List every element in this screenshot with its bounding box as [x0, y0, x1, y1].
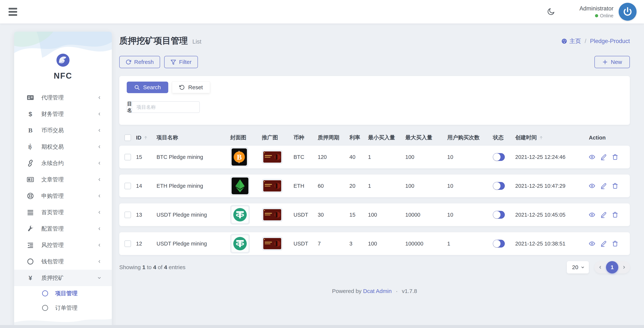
dark-mode-toggle[interactable]	[546, 7, 555, 16]
indent-icon	[26, 242, 35, 249]
status-toggle[interactable]	[493, 211, 505, 219]
header-created-at[interactable]: 创建时间	[515, 134, 589, 141]
refresh-icon	[126, 59, 131, 65]
delete-button[interactable]	[612, 154, 618, 160]
header-cover: 封面图	[230, 134, 262, 141]
page-title: 质押挖矿项目管理	[119, 36, 188, 45]
table-row: 12 USDT Pledge mining USDT 7 3 100 10000…	[119, 232, 630, 255]
view-button[interactable]	[589, 183, 595, 189]
delete-button[interactable]	[612, 183, 618, 189]
cell-coin: USDT	[294, 241, 318, 247]
edit-button[interactable]	[600, 183, 607, 189]
sidebar-item-agents[interactable]: 代理管理	[14, 89, 112, 106]
sidebar-subitem-orders[interactable]: 订单管理	[14, 301, 112, 315]
edit-button[interactable]	[600, 212, 607, 218]
sidebar-item-options-trade[interactable]: B 期权交易	[14, 139, 112, 155]
avatar[interactable]	[619, 3, 636, 21]
usdt-coin-image[interactable]	[230, 234, 250, 254]
dcat-admin-link[interactable]: Dcat Admin	[363, 288, 392, 294]
view-button[interactable]	[589, 212, 595, 218]
view-button[interactable]	[589, 241, 595, 247]
edit-button[interactable]	[600, 154, 607, 160]
delete-button[interactable]	[612, 241, 618, 247]
header-action: Action	[589, 135, 630, 141]
row-checkbox[interactable]	[124, 241, 131, 247]
header-status: 状态	[493, 134, 515, 141]
cell-period: 120	[318, 154, 350, 160]
table-row: 15 BTC Pledge mining B BTC 120 40 1 100 …	[119, 146, 630, 168]
current-page-button[interactable]: 1	[606, 261, 618, 274]
sidebar-item-subscription[interactable]: 申购管理	[14, 188, 112, 204]
next-page-button[interactable]	[618, 265, 630, 270]
sidebar-item-risk[interactable]: 风控管理	[14, 237, 112, 253]
sidebar-subitem-projects[interactable]: 项目管理	[14, 286, 112, 301]
promo-banner-image[interactable]	[262, 150, 283, 164]
menu-toggle-button[interactable]	[8, 6, 17, 17]
chevron-left-icon	[97, 210, 102, 215]
sidebar-item-config[interactable]: 配置管理	[14, 221, 112, 237]
search-panel: Search Reset 项目名称	[119, 76, 630, 125]
sidebar-item-wallet[interactable]: 钱包管理	[14, 253, 112, 270]
search-button[interactable]: Search	[127, 82, 168, 93]
table-row: 14 ETH Pledge mining ETH 60 20 1 100 10 …	[119, 175, 630, 197]
row-checkbox[interactable]	[124, 212, 131, 218]
cell-buy-times: 1	[447, 241, 493, 247]
sidebar-item-homepage[interactable]: 首页管理	[14, 204, 112, 221]
project-name-input[interactable]	[132, 102, 200, 112]
promo-banner-image[interactable]	[262, 237, 283, 251]
cell-id: 14	[136, 183, 156, 189]
select-all-checkbox[interactable]	[124, 134, 131, 141]
brand: NFC	[14, 32, 112, 80]
dollar-icon: $	[26, 110, 35, 118]
status-toggle[interactable]	[493, 182, 505, 190]
sidebar: NFC 代理管理 $ 财务管理 B 币币交易	[14, 32, 112, 328]
status-toggle[interactable]	[493, 240, 505, 248]
moon-icon	[546, 7, 555, 16]
cell-coin: BTC	[294, 154, 318, 160]
refresh-button[interactable]: Refresh	[119, 56, 160, 68]
btc-coin-image[interactable]: B	[230, 147, 248, 167]
prev-page-button[interactable]	[594, 265, 606, 270]
brand-logo-icon	[56, 54, 70, 67]
sidebar-menu: 代理管理 $ 财务管理 B 币币交易 B 期权交易	[14, 89, 112, 315]
user-name: Administrator	[579, 5, 614, 12]
sort-arrow-up-icon	[143, 135, 148, 140]
user-block[interactable]: Administrator Online	[579, 5, 614, 18]
header-period: 质押周期	[318, 134, 350, 141]
filter-button[interactable]: Filter	[164, 56, 198, 68]
sidebar-item-pledge-mining[interactable]: ¥ 质押挖矿	[14, 270, 112, 286]
header-coin: 币种	[294, 134, 318, 141]
power-icon	[622, 7, 633, 17]
breadcrumb-current[interactable]: Pledge-Product	[590, 38, 630, 44]
sidebar-item-finance[interactable]: $ 财务管理	[14, 106, 112, 122]
delete-button[interactable]	[612, 212, 618, 218]
plus-icon	[602, 59, 608, 65]
sidebar-item-articles[interactable]: 文章管理	[14, 171, 112, 188]
header-id[interactable]: ID	[136, 135, 156, 141]
cell-project-name: ETH Pledge mining	[156, 183, 230, 189]
brand-name: NFC	[14, 71, 112, 80]
view-button[interactable]	[589, 154, 595, 160]
status-toggle[interactable]	[493, 153, 505, 161]
eth-coin-image[interactable]	[230, 176, 250, 196]
chevron-left-icon	[97, 243, 102, 248]
promo-banner-image[interactable]	[262, 208, 283, 222]
reset-button[interactable]: Reset	[172, 82, 210, 93]
new-button[interactable]: New	[594, 56, 630, 68]
cell-buy-times: 10	[447, 183, 493, 189]
table-header: ID 项目名称 封面图 推广图 币种 质押周期 利率 最小买入量 最大买入量 用…	[119, 130, 630, 146]
edit-button[interactable]	[600, 241, 607, 247]
sidebar-item-perpetual[interactable]: 永续合约	[14, 155, 112, 171]
row-checkbox[interactable]	[124, 183, 131, 189]
breadcrumb-home-link[interactable]: 主页	[561, 37, 581, 45]
row-checkbox[interactable]	[124, 154, 131, 160]
page-size-select[interactable]: 20	[567, 261, 589, 274]
usdt-coin-image[interactable]	[230, 205, 250, 225]
cell-period: 30	[318, 212, 350, 218]
cell-rate: 20	[350, 183, 368, 189]
sidebar-item-spot-trade[interactable]: B 币币交易	[14, 122, 112, 139]
cell-project-name: BTC Pledge mining	[156, 154, 230, 160]
id-card-icon	[26, 94, 35, 101]
cell-created-at: 2021-12-25 10:47:29	[515, 183, 589, 189]
promo-banner-image[interactable]	[262, 179, 283, 193]
